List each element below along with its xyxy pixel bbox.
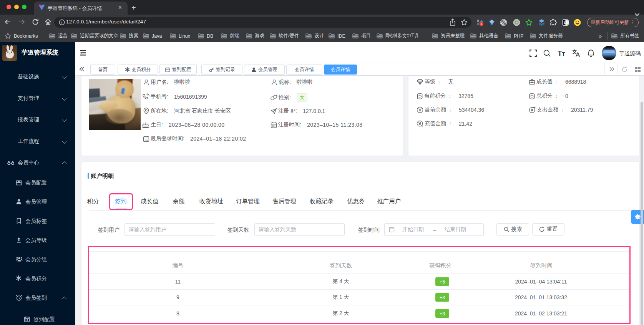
svg-text:6: 6 xyxy=(481,22,483,26)
svg-text:D: D xyxy=(564,21,567,25)
